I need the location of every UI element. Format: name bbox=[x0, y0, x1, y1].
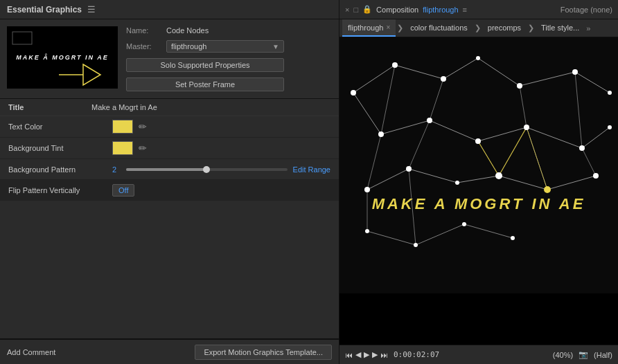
background-tint-swatch[interactable] bbox=[112, 141, 133, 155]
tab-precomps-label: precomps bbox=[488, 24, 521, 32]
svg-point-36 bbox=[476, 56, 480, 60]
text-color-control: ✏ bbox=[112, 120, 330, 134]
thumbnail-info: Name: Code Nodes Master: flipthrough ▼ S… bbox=[126, 26, 332, 91]
composition-label: Composition bbox=[376, 6, 418, 14]
minimize-icon[interactable]: □ bbox=[353, 6, 358, 14]
dropdown-arrow-icon: ▼ bbox=[272, 43, 279, 51]
step-forward-icon[interactable]: ⏭ bbox=[380, 351, 388, 359]
svg-point-58 bbox=[414, 243, 418, 247]
master-value: flipthrough bbox=[171, 42, 206, 51]
svg-point-51 bbox=[593, 173, 599, 179]
master-row: Master: flipthrough ▼ bbox=[126, 40, 332, 53]
properties-section-header: Title Make a Mogrt in Ae bbox=[0, 99, 339, 116]
network-visualization: MAKE A MOGRT IN AE bbox=[339, 37, 618, 293]
playback-bar: ⏮ ◀ ▶ ▶ ⏭ 0:00:02:07 (40%) 📷 (Half) bbox=[339, 345, 618, 364]
master-dropdown[interactable]: flipthrough ▼ bbox=[166, 40, 284, 53]
frame-back-icon[interactable]: ◀ bbox=[355, 350, 361, 359]
tab-arrow-icon[interactable]: ❯ bbox=[397, 24, 403, 33]
flip-pattern-label: Flip Pattern Vertically bbox=[8, 186, 112, 194]
name-row: Name: Code Nodes bbox=[126, 26, 332, 35]
poster-btn-row: Set Poster Frame bbox=[126, 78, 332, 91]
text-color-eyedropper-icon[interactable]: ✏ bbox=[139, 121, 147, 132]
thumbnail: MAKE Â MOGRT IN AE bbox=[7, 26, 118, 89]
lock-icon[interactable]: 🔒 bbox=[362, 5, 372, 14]
timecode: 0:00:02:07 bbox=[394, 350, 439, 359]
tab-arrow-icon-2[interactable]: ❯ bbox=[475, 24, 481, 33]
bottom-bar: Add Comment Export Motion Graphics Templ… bbox=[0, 339, 339, 364]
play-icon[interactable]: ▶ bbox=[364, 350, 369, 359]
tab-color-fluctuations-label: color fluctuations bbox=[410, 24, 468, 32]
background-pattern-control: 2 Edit Range bbox=[112, 165, 330, 174]
right-panel: × □ 🔒 Composition flipthrough ≡ Footage … bbox=[339, 0, 618, 364]
background-tint-eyedropper-icon[interactable]: ✏ bbox=[139, 143, 147, 154]
solo-supported-btn[interactable]: Solo Supported Properties bbox=[126, 58, 284, 72]
svg-point-38 bbox=[572, 69, 578, 75]
svg-point-44 bbox=[579, 145, 585, 151]
svg-rect-4 bbox=[339, 37, 618, 293]
zoom-label: (40%) bbox=[553, 351, 573, 359]
text-color-row: Text Color ✏ bbox=[0, 116, 339, 138]
tab-title-style-label: Title style... bbox=[541, 24, 579, 32]
background-pattern-label: Background Pattern bbox=[8, 165, 112, 174]
frame-forward-icon[interactable]: ▶ bbox=[372, 350, 378, 359]
slider-numeric-value: 2 bbox=[112, 165, 121, 174]
svg-point-60 bbox=[511, 236, 515, 240]
svg-point-48 bbox=[455, 181, 459, 185]
flip-pattern-toggle[interactable]: Off bbox=[112, 184, 134, 197]
svg-point-43 bbox=[524, 125, 529, 130]
svg-point-34 bbox=[392, 62, 398, 68]
tab-flipthrough-label: flipthrough bbox=[348, 24, 383, 32]
text-color-label: Text Color bbox=[8, 122, 112, 131]
footage-label: Footage (none) bbox=[560, 6, 612, 14]
master-label: Master: bbox=[126, 42, 161, 51]
thumbnail-main-text: MAKE Â MOGRT IN AE bbox=[16, 54, 109, 61]
right-panel-menu-icon[interactable]: ≡ bbox=[463, 6, 467, 14]
close-icon[interactable]: × bbox=[345, 6, 349, 14]
tab-flipthrough-close-icon[interactable]: × bbox=[386, 24, 390, 31]
composition-name: flipthrough bbox=[423, 6, 458, 14]
svg-point-37 bbox=[517, 83, 522, 89]
text-color-swatch[interactable] bbox=[112, 120, 133, 134]
name-label: Name: bbox=[126, 26, 161, 35]
background-tint-label: Background Tint bbox=[8, 144, 112, 152]
section-value: Make a Mogrt in Ae bbox=[91, 103, 157, 111]
svg-point-49 bbox=[495, 172, 502, 179]
quality-label: (Half) bbox=[594, 351, 612, 359]
svg-point-40 bbox=[378, 131, 384, 137]
svg-point-33 bbox=[351, 90, 356, 95]
thumbnail-text: MAKE Â MOGRT IN AE bbox=[16, 54, 109, 61]
name-value: Code Nodes bbox=[166, 26, 209, 35]
export-button[interactable]: Export Motion Graphics Template... bbox=[195, 345, 332, 360]
tab-title-style[interactable]: Title style... bbox=[536, 19, 585, 37]
tab-color-fluctuations[interactable]: color fluctuations bbox=[405, 19, 473, 37]
svg-point-57 bbox=[365, 229, 369, 233]
solo-btn-row: Solo Supported Properties bbox=[126, 58, 332, 72]
tab-precomps[interactable]: precomps bbox=[482, 19, 527, 37]
add-comment-button[interactable]: Add Comment bbox=[7, 348, 55, 356]
svg-point-35 bbox=[441, 76, 446, 82]
svg-text:MAKE A MOGRT IN AE: MAKE A MOGRT IN AE bbox=[372, 195, 586, 212]
svg-point-42 bbox=[475, 138, 481, 144]
playback-icons: ⏮ ◀ ▶ ▶ ⏭ bbox=[345, 350, 388, 359]
svg-point-59 bbox=[462, 222, 466, 226]
tab-flipthrough[interactable]: flipthrough × bbox=[342, 19, 396, 37]
step-back-icon[interactable]: ⏮ bbox=[345, 351, 353, 359]
background-tint-row: Background Tint ✏ bbox=[0, 138, 339, 159]
background-pattern-slider[interactable] bbox=[126, 168, 288, 171]
panel-menu-icon[interactable]: ☰ bbox=[87, 4, 96, 15]
svg-point-50 bbox=[544, 186, 551, 193]
svg-point-45 bbox=[608, 125, 612, 129]
tab-arrow-icon-3[interactable]: ❯ bbox=[528, 24, 534, 33]
tab-arrow-icon-4[interactable]: » bbox=[586, 24, 590, 33]
panel-title: Essential Graphics bbox=[7, 5, 82, 15]
set-poster-btn[interactable]: Set Poster Frame bbox=[126, 78, 284, 91]
essential-graphics-panel: Essential Graphics ☰ MAKE Â MOGRT IN AE … bbox=[0, 0, 339, 364]
thumbnail-area: MAKE Â MOGRT IN AE Name: Code Nodes Mast… bbox=[0, 19, 339, 99]
svg-point-41 bbox=[427, 118, 432, 123]
edit-range-button[interactable]: Edit Range bbox=[293, 165, 330, 174]
panel-header: Essential Graphics ☰ bbox=[0, 0, 339, 19]
properties-area: Title Make a Mogrt in Ae Text Color ✏ Ba… bbox=[0, 99, 339, 339]
snapshot-icon[interactable]: 📷 bbox=[579, 350, 588, 359]
svg-point-39 bbox=[608, 91, 612, 95]
flip-pattern-row: Flip Pattern Vertically Off bbox=[0, 180, 339, 201]
